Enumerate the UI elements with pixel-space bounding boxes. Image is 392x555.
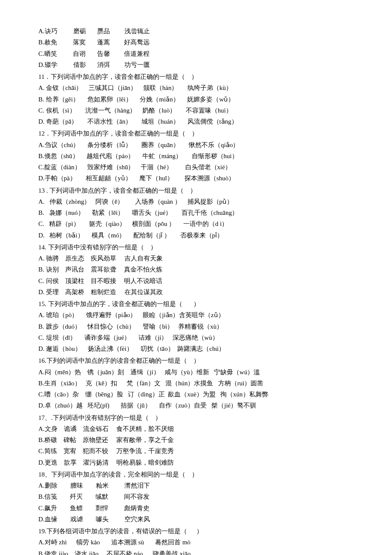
question-12: 12．下列词语中加点的字，读音全都正确的一组是（ ） A.刍议（chú） 条分缕… — [38, 128, 358, 184]
option-b: B. 给养（gěi） 危如累卵（lěi） 分娩（miǎn） 妩媚多姿（wǔ） — [38, 94, 358, 105]
question-17: 17、.下列词语中没有错别字的一组是（ ） A.文身 诡谲 流金铄石 食不厌精，… — [38, 412, 358, 468]
question-stem: 12．下列词语中加点的字，读音全都正确的一组是（ ） — [38, 128, 358, 139]
question-16: 16.下列的词语中加点的字的读音全都正确的一组是（ ） A.闷（mēn）热 镌（… — [38, 355, 358, 411]
option-c: C. 问侯 顶梁柱 目不暇接 明人不说暗话 — [38, 275, 358, 286]
question-stem: 13 . 下列词语中加点的字，读音全都正确的一组是（ ） — [38, 185, 358, 196]
option-d: D. 邂逅（hòu） 扬汤止沸（fèi） 叨扰（tāo） 踌躇满志（chú） — [38, 343, 358, 354]
option-d: D. 受理 高架桥 粗制烂造 在其位谋其政 — [38, 286, 358, 298]
question-stem: 18、下列词语中加点字的读音，完全相同的一组是（ ） — [38, 469, 358, 480]
option-a: A. 琥珀（pò） 饿殍遍野（piǎo） 眼睑（jiǎn）含英咀华（zǔ） — [38, 309, 358, 321]
option-a: A.刍议（chú） 条分缕析（lǚ） 圈养（quān） 愀然不乐（qiǎo） — [38, 139, 358, 150]
question-stem: 11．下列词语中加点的字，读音全都正确的一组是（ ） — [38, 71, 358, 82]
option-c: C.嘈（cāo）杂 绷（běng）脸 订（dìng）正 歃血（xuè）为盟 徇（… — [38, 389, 358, 400]
question-14: 14. 下列词语中没有错别字的一组是（ ） A. 驰骋 原生态 疾风劲草 吉人自… — [38, 242, 358, 298]
option-c: C.晒笑 自诩 告馨 倍道兼程 — [38, 48, 358, 59]
question-10-options: A.诀巧 磨砺 赝品 浅尝辄止 B.赦免 落寞 蓬蒿 好高骛远 C.晒笑 自诩 … — [38, 26, 358, 70]
question-stem: 19.下列各组词语中加点字的读音，有错误的一组是（ ） — [38, 526, 358, 537]
option-c: C. 精辟（pì） 躯壳（qiào） 横剖面（pōu ） 一语中的（d ì） — [38, 218, 358, 229]
option-b: B.生肖（xiāo） 克（kē）扣 梵（fàn）文 混（hún）水摸鱼 方枘（r… — [38, 378, 358, 389]
option-b: B. 诀别 声讯台 震耳欲聋 真金不怕火炼 — [38, 264, 358, 275]
option-a: A.对峙 zhì 犒劳 kào 追本溯源 sù 蓦然回首 mò — [38, 537, 358, 548]
question-11: 11．下列词语中加点的字，读音全都正确的一组是（ ） A. 金钗（chāi） 三… — [38, 71, 358, 127]
question-15: 15. 下列词语中加点的字，读音全都正确的一组是（ ） A. 琥珀（pò） 饿殍… — [38, 298, 358, 354]
option-a: A. 驰骋 原生态 疾风劲草 吉人自有天象 — [38, 253, 358, 264]
option-a: A.删除 膻味 籼米 潸然泪下 — [38, 480, 358, 491]
option-c: C. 堤坝（dī） 谲诈多端（jué） 诘难（jí） 深恶痛绝（wù） — [38, 332, 358, 343]
option-d: D.更迭 歆享 濯污扬清 明枪易躲，暗剑难防 — [38, 457, 358, 468]
question-stem: 17、.下列词语中没有错别字的一组是（ ） — [38, 412, 358, 423]
option-d: D.辍学 倩影 消弭 功亏一匮 — [38, 59, 358, 70]
option-d: D.手帕（pà） 相互龃龉（yǔ） 麾下（huī） 探本溯源（shuò） — [38, 173, 358, 184]
question-13: 13 . 下列词语中加点的字，读音全都正确的一组是（ ） A. 仲裁（zhòng… — [38, 185, 358, 241]
option-b: B. 袅娜（nuó） 勒紧（lēi） 嚼舌头（jué） 百孔千疮（chuāng） — [38, 207, 358, 218]
option-c: C.简练 宽宥 犯而不较 万壑争流，千崖竞秀 — [38, 445, 358, 457]
question-stem: 15. 下列词语中加点的字，读音全都正确的一组是（ ） — [38, 298, 358, 309]
option-d: D. 奇葩（pā） 不谙水性（ān） 城垣（huán） 风流倜傥（tǎng） — [38, 116, 358, 127]
option-a: A.文身 诡谲 流金铄石 食不厌精，脍不厌细 — [38, 423, 358, 434]
option-b: B.侥幸 jiào 浇水 jiāo 不屈不挠 náo 骁勇善战 xiāo — [38, 548, 358, 555]
option-d: D.卓（zhuó）越 坯圮(pī) 拮据（jū） 自作（zuò）自受 桀（jié… — [38, 400, 358, 411]
question-18: 18、下列词语中加点字的读音，完全相同的一组是（ ） A.删除 膻味 籼米 潸然… — [38, 469, 358, 525]
option-b: B.倏忽（shū） 越俎代庖（páo） 牛虻（máng） 自惭形秽（huì） — [38, 150, 358, 162]
option-c: C.飙升 鱼鳔 剽悍 彪炳青史 — [38, 503, 358, 514]
option-b: B.桥礅 碑帖 原物壁还 家有敝帚，享之千金 — [38, 434, 358, 445]
option-c: C. 俟机（sì） 沆瀣一气（hàng） 奶酪（luò） 不容置喙（huì） — [38, 105, 358, 116]
option-b: B.信笺 歼灭 缄默 间不容发 — [38, 491, 358, 502]
option-b: B.赦免 落寞 蓬蒿 好高骛远 — [38, 37, 358, 48]
option-b: B. 踱步（duó） 怵目惊心（chù） 譬喻（bì） 养精蓄锐（xù） — [38, 321, 358, 332]
option-c: C.靛蓝（diàn） 毁家纾难（shū） 干涸（hé） 白头偕老（xié） — [38, 162, 358, 173]
option-a: A.诀巧 磨砺 赝品 浅尝辄止 — [38, 26, 358, 37]
option-a: A. 金钗（chāi） 三缄其口（jiān） 颔联（hàn） 纨绔子弟（kù） — [38, 82, 358, 93]
option-d: D.血缘 戏谑 噱头 空穴来风 — [38, 514, 358, 525]
question-stem: 14. 下列词语中没有错别字的一组是（ ） — [38, 242, 358, 253]
option-a: A.闷（mēn）热 镌（juān）刻 通缉（jí） 咸与（yù）维新 宁缺毋（w… — [38, 367, 358, 378]
question-19: 19.下列各组词语中加点字的读音，有错误的一组是（ ） A.对峙 zhì 犒劳 … — [38, 526, 358, 555]
question-stem: 16.下列的词语中加点的字的读音全都正确的一组是（ ） — [38, 355, 358, 366]
option-a: A. 仲裁（zhòng） 阿谀（ē） 入场券（quàn ） 捕风捉影（pǔ） — [38, 196, 358, 207]
option-d: D. 柏树（bǎi） 模具（mó） 配给制（jǐ ） 否极泰来（pǐ） — [38, 230, 358, 241]
